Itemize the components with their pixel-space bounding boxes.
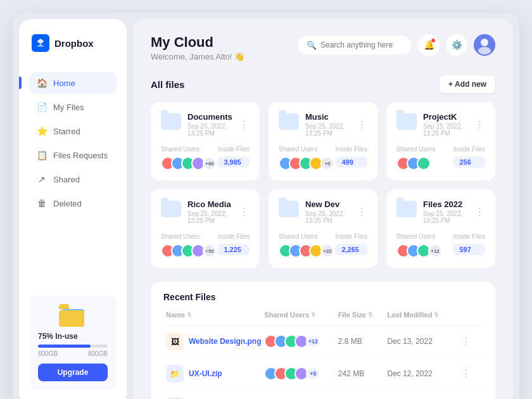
folder-info-text: Documents Sep 25, 2022, 13:25 PM: [187, 112, 239, 137]
file-type-icon: 📁: [166, 365, 184, 383]
folder-icon: [279, 113, 299, 130]
storage-used: 600GB: [38, 350, 58, 357]
svg-point-2: [481, 39, 488, 46]
folder-name: Rico Media: [187, 200, 239, 209]
nav-items: 🏠 Home 📄 My Files ⭐ Starred 📋 Files Requ…: [29, 72, 117, 285]
folder-menu-button[interactable]: ⋮: [239, 207, 250, 217]
folder-name: New Dev: [305, 200, 357, 209]
search-bar[interactable]: 🔍: [298, 36, 412, 54]
folder-menu-button[interactable]: ⋮: [474, 120, 485, 130]
file-date: Dec 13, 2022: [387, 337, 461, 346]
storage-bar: [38, 345, 108, 348]
share-icon: ↗: [37, 174, 47, 184]
file-count-badge: 499: [335, 156, 367, 168]
notification-button[interactable]: 🔔: [418, 34, 440, 56]
folder-grid: Documents Sep 25, 2022, 13:25 PM ⋮ Share…: [151, 102, 495, 268]
app-container: Dropbox 🏠 Home 📄 My Files ⭐ Starred 📋 Fi…: [13, 13, 519, 399]
shared-users-stat: Shared Users +52: [161, 233, 217, 258]
storage-folder-icon: [59, 304, 87, 327]
col-actions: [461, 311, 480, 319]
page-header-text: My Cloud Welcome, James Alto! 👋: [151, 34, 244, 61]
folder-menu-button[interactable]: ⋮: [474, 207, 485, 217]
folder-card: Rico Media Sep 25, 2022, 13:25 PM ⋮ Shar…: [151, 189, 260, 268]
inside-files-stat: Inside Files 256: [453, 146, 485, 170]
file-extra-users: +5: [306, 367, 320, 381]
shared-users-avatars: +12: [396, 244, 442, 258]
extra-users-count: +5: [320, 156, 334, 170]
file-count-badge: 597: [453, 244, 485, 255]
logo: Dropbox: [29, 34, 117, 52]
folder-card-header: Documents Sep 25, 2022, 13:25 PM ⋮: [161, 112, 250, 137]
sidebar-label-home: Home: [53, 79, 75, 88]
home-icon: 🏠: [37, 78, 47, 88]
sidebar-item-shared[interactable]: ↗ Shared: [29, 168, 117, 190]
extra-users-count: +22: [320, 244, 334, 258]
trash-icon: 🗑: [37, 198, 47, 208]
folder-info-text: Music Sep 25, 2022, 13:25 PM: [305, 112, 357, 137]
shared-users-avatars: +52: [161, 244, 217, 258]
folder-date: Sep 25, 2022, 13:25 PM: [423, 210, 474, 224]
dropbox-logo-icon: [32, 34, 49, 52]
file-menu-button[interactable]: ⋮: [461, 369, 480, 379]
folder-card-info: Music Sep 25, 2022, 13:25 PM: [279, 112, 357, 137]
folder-stats: Shared Users +80 Inside Files 3,985: [161, 146, 250, 170]
folder-card-header: Files 2022 Sep 25, 2022, 13:25 PM ⋮: [396, 200, 485, 224]
shared-users-label: Shared Users: [396, 233, 442, 240]
sidebar-item-home[interactable]: 🏠 Home: [29, 72, 117, 94]
settings-button[interactable]: ⚙️: [446, 34, 467, 56]
sidebar-label-my-files: My Files: [53, 103, 84, 112]
gear-icon: ⚙️: [452, 40, 462, 50]
sidebar-label-requests: Files Requests: [53, 151, 108, 160]
sidebar-item-files-requests[interactable]: 📋 Files Requests: [29, 144, 117, 166]
sidebar: Dropbox 🏠 Home 📄 My Files ⭐ Starred 📋 Fi…: [19, 19, 127, 399]
folder-card-info: Documents Sep 25, 2022, 13:25 PM: [161, 112, 239, 137]
star-icon: ⭐: [37, 126, 47, 136]
folder-menu-button[interactable]: ⋮: [239, 120, 250, 130]
file-name[interactable]: UX-UI.zip: [189, 369, 222, 378]
search-input[interactable]: [320, 41, 403, 49]
folder-date: Sep 25, 2022, 13:25 PM: [305, 123, 357, 137]
sidebar-item-starred[interactable]: ⭐ Starred: [29, 120, 117, 142]
inside-files-stat: Inside Files 2,265: [335, 233, 367, 258]
shared-users-label: Shared Users: [279, 146, 334, 153]
file-menu-button[interactable]: ⋮: [461, 336, 480, 346]
sidebar-label-deleted: Deleted: [53, 199, 82, 208]
storage-sizes: 600GB 800GB: [38, 350, 108, 357]
upgrade-button[interactable]: Upgrade: [38, 364, 108, 381]
sidebar-item-my-files[interactable]: 📄 My Files: [29, 96, 117, 118]
inside-files-label: Inside Files: [217, 233, 250, 240]
folder-card-header: Music Sep 25, 2022, 13:25 PM ⋮: [279, 112, 367, 137]
avatar-image: [474, 34, 495, 56]
request-icon: 📋: [37, 150, 47, 160]
folder-icon: [396, 113, 417, 130]
user-avatar[interactable]: [474, 34, 495, 56]
page-subtitle: Welcome, James Alto! 👋: [151, 52, 244, 61]
file-count-badge: 2,265: [335, 244, 367, 255]
recent-files-section: Recent Files Name⇅ Shared Users⇅ File Si…: [151, 282, 495, 399]
all-files-section: All files + Add new Documents Sep 25, 20…: [151, 75, 495, 268]
shared-user-avatar: [417, 156, 431, 170]
storage-card: 75% In-use 600GB 800GB Upgrade: [29, 295, 117, 390]
folder-date: Sep 25, 2022, 13:25 PM: [187, 210, 239, 224]
folder-name: ProjectK: [423, 112, 474, 122]
sidebar-item-deleted[interactable]: 🗑 Deleted: [29, 193, 117, 214]
notification-dot: [431, 38, 436, 43]
add-new-button[interactable]: + Add new: [440, 75, 495, 93]
app-name: Dropbox: [54, 38, 94, 49]
shared-users-label: Shared Users: [161, 233, 217, 240]
page-title: My Cloud: [151, 34, 244, 51]
folder-name: Music: [305, 112, 357, 122]
folder-card: ProjectK Sep 25, 2022, 13:25 PM ⋮ Shared…: [386, 102, 495, 180]
folder-menu-button[interactable]: ⋮: [357, 120, 367, 130]
folder-info-text: New Dev Sep 25, 2022, 13:25 PM: [305, 200, 357, 224]
folder-date: Sep 25, 2022, 13:25 PM: [305, 210, 357, 224]
folder-menu-button[interactable]: ⋮: [357, 207, 367, 217]
main-header: My Cloud Welcome, James Alto! 👋 🔍 🔔 ⚙️: [151, 34, 495, 61]
folder-card-info: New Dev Sep 25, 2022, 13:25 PM: [279, 200, 357, 224]
col-size: File Size⇅: [338, 311, 388, 319]
folder-name: Files 2022: [423, 200, 474, 209]
folder-date: Sep 25, 2022, 13:25 PM: [423, 123, 474, 137]
file-name[interactable]: Website Design.png: [189, 337, 261, 346]
file-date: Dec 12, 2022: [387, 369, 461, 378]
main-content: My Cloud Welcome, James Alto! 👋 🔍 🔔 ⚙️: [133, 19, 513, 399]
